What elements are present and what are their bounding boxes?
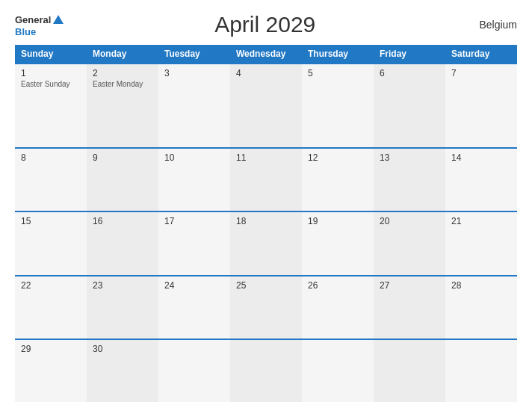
day-number: 15	[21, 216, 81, 226]
header-tuesday: Tuesday	[158, 45, 230, 64]
calendar-cell: 16	[87, 211, 158, 276]
calendar-cell: 30	[87, 339, 158, 402]
country-label: Belgium	[465, 19, 517, 31]
calendar-cell: 6	[374, 64, 445, 148]
calendar-cell: 29	[15, 339, 87, 402]
calendar-cell: 3	[158, 64, 230, 148]
header: General Blue April 2029 Belgium	[15, 12, 517, 37]
day-number: 23	[93, 280, 152, 291]
logo: General Blue	[15, 13, 65, 37]
day-number: 25	[236, 280, 296, 291]
holiday-label: Easter Monday	[93, 80, 152, 88]
day-number: 27	[380, 280, 439, 291]
day-number: 6	[380, 68, 439, 78]
day-number: 17	[164, 216, 224, 226]
calendar-title: April 2029	[65, 12, 465, 37]
weekday-header-row: Sunday Monday Tuesday Wednesday Thursday…	[15, 45, 517, 64]
calendar-table: Sunday Monday Tuesday Wednesday Thursday…	[15, 45, 517, 402]
header-saturday: Saturday	[445, 45, 517, 64]
day-number: 1	[21, 68, 81, 78]
calendar-cell: 28	[445, 276, 517, 340]
header-monday: Monday	[87, 45, 158, 64]
day-number: 28	[451, 280, 511, 291]
day-number: 19	[308, 216, 368, 226]
calendar-cell: 11	[230, 148, 302, 212]
calendar-cell: 5	[302, 64, 374, 148]
calendar-cell: 4	[230, 64, 302, 148]
day-number: 11	[236, 152, 296, 163]
logo-icon	[52, 13, 65, 27]
header-wednesday: Wednesday	[230, 45, 302, 64]
calendar-cell	[230, 339, 302, 402]
day-number: 10	[164, 152, 224, 163]
day-number: 8	[21, 152, 81, 163]
calendar-cell: 27	[374, 276, 445, 340]
calendar-week-row: 891011121314	[15, 148, 517, 212]
day-number: 9	[93, 152, 152, 163]
day-number: 22	[21, 280, 81, 291]
svg-marker-0	[53, 15, 64, 24]
holiday-label: Easter Sunday	[21, 80, 81, 88]
day-number: 3	[164, 68, 224, 78]
calendar-cell: 2Easter Monday	[87, 64, 158, 148]
day-number: 29	[21, 344, 81, 354]
calendar-cell: 23	[87, 276, 158, 340]
calendar-cell	[374, 339, 445, 402]
day-number: 7	[451, 68, 511, 78]
calendar-cell: 25	[230, 276, 302, 340]
calendar-cell: 10	[158, 148, 230, 212]
page: General Blue April 2029 Belgium Sunday M…	[0, 0, 532, 411]
calendar-cell: 26	[302, 276, 374, 340]
calendar-week-row: 15161718192021	[15, 211, 517, 276]
calendar-cell: 13	[374, 148, 445, 212]
calendar-week-row: 22232425262728	[15, 276, 517, 340]
header-thursday: Thursday	[302, 45, 374, 64]
calendar-cell: 12	[302, 148, 374, 212]
day-number: 16	[93, 216, 152, 226]
calendar-cell	[445, 339, 517, 402]
calendar-cell	[302, 339, 374, 402]
calendar-cell: 18	[230, 211, 302, 276]
calendar-cell: 22	[15, 276, 87, 340]
day-number: 26	[308, 280, 368, 291]
calendar-cell: 19	[302, 211, 374, 276]
day-number: 21	[451, 216, 511, 226]
day-number: 30	[93, 344, 152, 354]
calendar-cell: 7	[445, 64, 517, 148]
day-number: 14	[451, 152, 511, 163]
day-number: 18	[236, 216, 296, 226]
calendar-week-row: 1Easter Sunday2Easter Monday34567	[15, 64, 517, 148]
day-number: 24	[164, 280, 224, 291]
header-friday: Friday	[374, 45, 445, 64]
header-sunday: Sunday	[15, 45, 87, 64]
calendar-cell: 14	[445, 148, 517, 212]
calendar-cell: 17	[158, 211, 230, 276]
calendar-cell: 24	[158, 276, 230, 340]
logo-general-text: General	[15, 15, 51, 25]
calendar-cell	[158, 339, 230, 402]
calendar-cell: 20	[374, 211, 445, 276]
day-number: 13	[380, 152, 439, 163]
day-number: 5	[308, 68, 368, 78]
calendar-week-row: 2930	[15, 339, 517, 402]
calendar-cell: 15	[15, 211, 87, 276]
day-number: 2	[93, 68, 152, 78]
calendar-cell: 8	[15, 148, 87, 212]
calendar-cell: 1Easter Sunday	[15, 64, 87, 148]
logo-blue-text: Blue	[15, 27, 65, 37]
day-number: 20	[380, 216, 439, 226]
calendar-cell: 9	[87, 148, 158, 212]
calendar-cell: 21	[445, 211, 517, 276]
day-number: 12	[308, 152, 368, 163]
day-number: 4	[236, 68, 296, 78]
